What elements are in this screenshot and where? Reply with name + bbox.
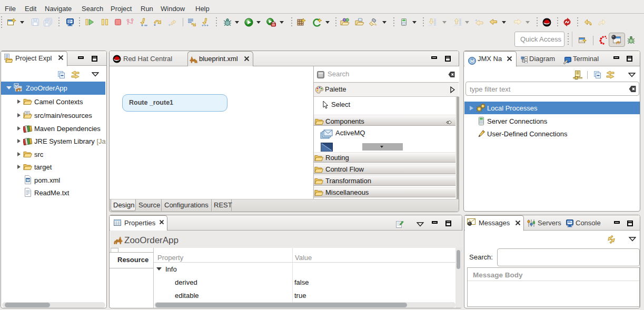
svg-text:M: M <box>26 178 29 183</box>
svg-text:M: M <box>15 84 18 88</box>
